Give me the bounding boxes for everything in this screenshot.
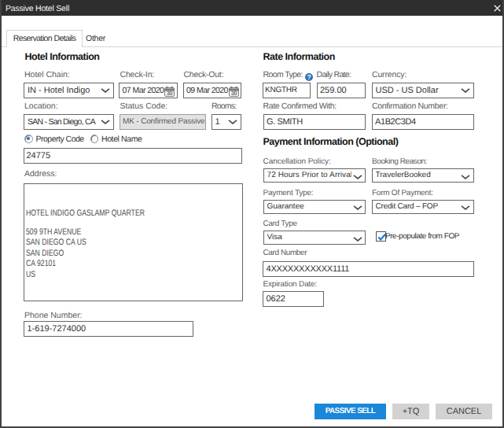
card-number-label: Card Number xyxy=(263,249,307,258)
chevron-down-icon xyxy=(461,88,470,93)
form-of-payment-select[interactable]: Credit Card – FOP xyxy=(372,200,474,214)
rate-confirmed-with-value: G. SMITH xyxy=(267,117,303,127)
chevron-down-icon xyxy=(461,175,470,179)
hotel-chain-label: Hotel Chain: xyxy=(24,70,70,79)
check-out-label: Check-Out: xyxy=(184,70,224,79)
status-code-value: MK - Confirmed Passive xyxy=(123,117,205,126)
check-out-input[interactable]: 09 Mar 2020 30 xyxy=(183,83,242,98)
cancellation-policy-label: Cancellation Policy: xyxy=(263,157,331,167)
window-title: Passive Hotel Sell xyxy=(6,1,69,17)
address-textarea[interactable]: HOTEL INDIGO GASLAMP QUARTER 509 9TH AVE… xyxy=(24,183,243,301)
confirmation-number-label: Confirmation Number: xyxy=(372,101,448,111)
check-in-input[interactable]: 07 Mar 2020 30 xyxy=(119,83,178,98)
title-bar: Passive Hotel Sell xyxy=(0,0,504,16)
check-in-value: 07 Mar 2020 xyxy=(123,86,164,95)
currency-select[interactable]: USD - US Dollar xyxy=(372,83,474,98)
address-line: SAN DIEGO xyxy=(26,249,64,259)
daily-rate-value: 259.00 xyxy=(320,86,347,95)
card-type-select[interactable]: Visa xyxy=(263,231,366,245)
tab-other[interactable]: Other xyxy=(83,31,109,46)
passive-hotel-sell-dialog: Passive Hotel Sell Reservation Details O… xyxy=(0,0,504,428)
property-code-radio-label[interactable]: Property Code xyxy=(36,135,84,144)
card-type-label: Card Type xyxy=(263,220,297,229)
rooms-label: Rooms: xyxy=(212,101,236,111)
chevron-down-icon xyxy=(101,88,110,93)
expiration-date-value: 0622 xyxy=(267,294,285,304)
chevron-down-icon xyxy=(353,237,362,242)
form-of-payment-label: Form Of Payment: xyxy=(372,189,433,198)
cancellation-policy-select[interactable]: 72 Hours Prior to Arrival xyxy=(263,168,366,183)
hotel-information-heading: Hotel Information xyxy=(25,51,100,62)
card-number-value: 4XXXXXXXXXXX1111 xyxy=(267,264,350,274)
address-line: SAN DIEGO CA US xyxy=(26,238,86,248)
chevron-down-icon xyxy=(228,120,237,124)
passive-sell-button-label: PASSIVE SELL xyxy=(326,407,376,415)
prepopulate-checkbox[interactable] xyxy=(376,231,386,242)
location-value: SAN - San Diego, CA xyxy=(28,115,100,129)
expiration-date-label: Expiration Date: xyxy=(263,280,318,290)
payment-type-label: Payment Type: xyxy=(263,189,314,198)
hotel-name-radio[interactable] xyxy=(90,135,99,143)
chevron-down-icon xyxy=(461,205,470,210)
chevron-down-icon xyxy=(101,120,110,124)
address-line: US xyxy=(26,270,35,280)
info-icon[interactable]: ? xyxy=(305,73,313,81)
payment-information-heading: Payment Information (Optional) xyxy=(263,136,399,147)
chevron-down-icon xyxy=(353,205,362,210)
cancellation-policy-value: 72 Hours Prior to Arrival xyxy=(267,169,352,182)
check-out-value: 09 Mar 2020 xyxy=(186,86,228,95)
hotel-chain-value: IN - Hotel Indigo xyxy=(28,83,100,98)
address-label: Address: xyxy=(24,169,57,179)
address-line: HOTEL INDIGO GASLAMP QUARTER xyxy=(26,208,145,219)
daily-rate-input[interactable]: 259.00 xyxy=(317,83,366,98)
card-type-value: Visa xyxy=(267,231,352,244)
payment-type-value: Guarantee xyxy=(267,201,352,213)
room-type-label: Room Type: xyxy=(263,70,303,79)
close-icon xyxy=(494,5,501,12)
currency-label: Currency: xyxy=(372,70,407,79)
location-label: Location: xyxy=(24,101,58,111)
booking-reason-value: TravelerBooked xyxy=(376,169,460,182)
daily-rate-label: Daily Rate: xyxy=(317,70,351,79)
rate-information-heading: Rate Information xyxy=(263,51,335,62)
confirmation-number-value: A1B2C3D4 xyxy=(375,117,416,127)
svg-text:30: 30 xyxy=(167,90,173,97)
hotel-chain-select[interactable]: IN - Hotel Indigo xyxy=(24,83,114,98)
rate-confirmed-with-input[interactable]: G. SMITH xyxy=(263,114,366,130)
passive-sell-button[interactable]: PASSIVE SELL xyxy=(315,404,386,419)
room-type-input[interactable]: KNGTHR xyxy=(263,83,311,98)
close-button[interactable] xyxy=(484,0,504,16)
prepopulate-checkbox-label[interactable]: Pre-populate from FOP xyxy=(385,232,459,242)
room-type-value: KNGTHR xyxy=(265,86,297,94)
hotel-name-radio-label[interactable]: Hotel Name xyxy=(101,135,142,144)
property-code-input[interactable]: 24775 xyxy=(24,148,242,164)
address-line: CA 92101 xyxy=(26,259,56,269)
tab-reservation-details[interactable]: Reservation Details xyxy=(6,30,83,47)
rooms-value: 1 xyxy=(215,115,228,129)
form-of-payment-value: Credit Card – FOP xyxy=(376,201,460,213)
rooms-select[interactable]: 1 xyxy=(212,114,242,130)
phone-number-input[interactable]: 1-619-7274000 xyxy=(24,321,193,337)
status-code-label: Status Code: xyxy=(120,101,168,111)
booking-reason-select[interactable]: TravelerBooked xyxy=(372,168,474,183)
calendar-icon[interactable]: 30 xyxy=(164,87,175,97)
property-code-value: 24775 xyxy=(27,151,51,160)
booking-reason-label: Booking Reason: xyxy=(372,157,427,167)
rate-confirmed-with-label: Rate Confirmed With: xyxy=(263,101,337,111)
calendar-icon[interactable]: 30 xyxy=(229,87,239,97)
tq-button[interactable]: +TQ xyxy=(392,404,429,419)
confirmation-number-input[interactable]: A1B2C3D4 xyxy=(372,114,474,130)
chevron-down-icon xyxy=(353,175,362,179)
property-code-radio[interactable] xyxy=(24,135,33,143)
currency-value: USD - US Dollar xyxy=(376,83,460,98)
phone-number-label: Phone Number: xyxy=(24,311,83,320)
svg-text:30: 30 xyxy=(230,90,237,97)
phone-number-value: 1-619-7274000 xyxy=(28,324,86,334)
location-select[interactable]: SAN - San Diego, CA xyxy=(24,114,114,130)
payment-type-select[interactable]: Guarantee xyxy=(263,200,366,214)
dialog-border-left xyxy=(0,0,2,428)
expiration-date-input[interactable]: 0622 xyxy=(263,291,324,307)
cancel-button[interactable]: CANCEL xyxy=(436,404,492,419)
status-code-input: MK - Confirmed Passive xyxy=(120,114,206,130)
card-number-input[interactable]: 4XXXXXXXXXXX1111 xyxy=(263,261,474,277)
